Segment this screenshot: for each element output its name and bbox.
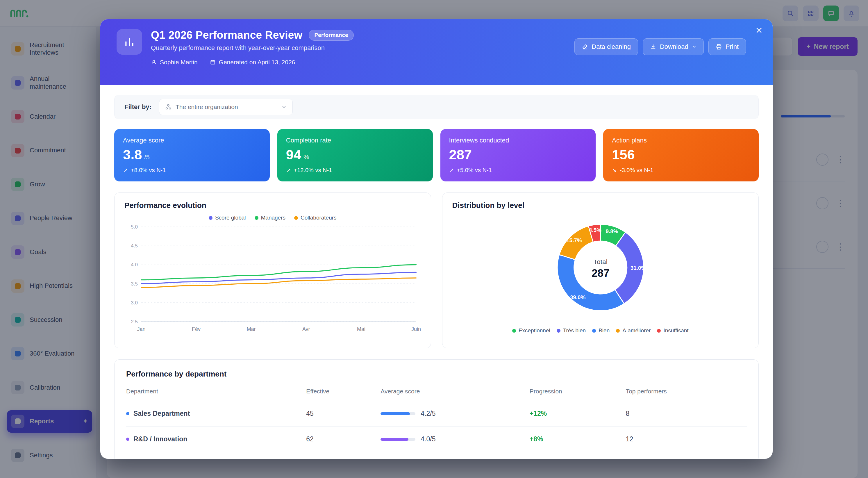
generated-date: Generated on April 13, 2026: [210, 59, 295, 66]
svg-text:Mar: Mar: [247, 326, 256, 332]
svg-text:Fév: Fév: [192, 326, 200, 332]
data-cleaning-button[interactable]: Data cleaning: [575, 38, 638, 55]
modal-header: Q1 2026 Performance Review Performance Q…: [100, 19, 773, 85]
legend-label: Très bien: [563, 327, 586, 334]
author-name: Sophie Martin: [160, 59, 198, 66]
department-name: Sales Department: [133, 410, 190, 418]
column-header: Top performers: [626, 385, 747, 401]
legend-dot: [209, 216, 213, 220]
legend-label: Insuffisant: [663, 327, 688, 334]
filter-label: Filter by:: [124, 103, 151, 111]
legend-item: À améliorer: [616, 327, 651, 334]
top-performers-value: 8: [626, 401, 747, 426]
svg-text:4.5: 4.5: [131, 243, 138, 248]
trend-icon: ↗: [123, 167, 128, 174]
department-name: R&D / Innovation: [133, 435, 187, 443]
table-header: Department Effective Average score Progr…: [126, 385, 747, 401]
print-label: Print: [725, 43, 739, 51]
download-label: Download: [660, 43, 688, 51]
calendar-icon: [210, 59, 216, 65]
stat-value: 156: [612, 147, 634, 162]
svg-text:4.5%: 4.5%: [589, 227, 601, 233]
legend-dot: [294, 216, 298, 220]
stat-label: Completion rate: [286, 137, 424, 144]
effective-value: 62: [306, 426, 380, 452]
legend-item: Managers: [255, 215, 286, 221]
score-bar: [380, 438, 415, 441]
legend-item: Bien: [592, 327, 610, 334]
stat-card: Completion rate 94% ↗+12.0% vs N-1: [277, 129, 433, 181]
trend-icon: ↗: [449, 167, 454, 174]
report-subtitle: Quarterly performance report with year-o…: [151, 44, 354, 52]
table-row[interactable]: R&D / Innovation 62 4.0/5 +8% 12: [126, 426, 747, 452]
close-icon[interactable]: ✕: [752, 24, 766, 37]
print-button[interactable]: Print: [708, 38, 746, 55]
stat-value: 287: [449, 147, 472, 162]
progression-value: +8%: [530, 426, 626, 452]
legend-dot: [557, 329, 560, 333]
chart-title: Performance evolution: [124, 201, 421, 210]
svg-text:9.8%: 9.8%: [606, 228, 618, 234]
organization-select-value: The entire organization: [176, 103, 238, 111]
legend-dot: [616, 329, 620, 333]
download-button[interactable]: Download: [643, 38, 704, 55]
svg-text:Mai: Mai: [357, 326, 365, 332]
stat-unit: /5: [144, 153, 149, 161]
legend-label: À améliorer: [622, 327, 651, 334]
svg-text:3.5: 3.5: [131, 281, 138, 287]
report-modal: Q1 2026 Performance Review Performance Q…: [100, 19, 773, 459]
bar-chart-icon: [117, 29, 142, 55]
legend-item: Collaborateurs: [294, 215, 337, 221]
author: Sophie Martin: [151, 59, 198, 66]
stat-delta-label: +5.0% vs N-1: [457, 167, 492, 174]
effective-value: 45: [306, 401, 380, 426]
column-header: Average score: [380, 385, 529, 401]
legend-item: Insuffisant: [657, 327, 688, 334]
stat-label: Interviews conducted: [449, 137, 587, 144]
table-row[interactable]: Sales Department 45 4.2/5 +12% 8: [126, 401, 747, 426]
distribution-donut-chart: 9.8%31.0%39.0%15.7%4.5%Total287: [452, 210, 749, 326]
svg-text:39.0%: 39.0%: [570, 294, 585, 300]
department-dot: [126, 412, 129, 415]
generated-label: Generated on April 13, 2026: [219, 59, 295, 66]
legend-dot: [512, 329, 516, 333]
performance-evolution-card: Performance evolution Score global Manag…: [114, 192, 431, 348]
page-title: Q1 2026 Performance Review: [151, 29, 302, 41]
svg-text:4.0: 4.0: [131, 262, 138, 268]
svg-text:5.0: 5.0: [131, 224, 138, 230]
table-title: Performance by department: [126, 369, 747, 379]
download-icon: [650, 43, 656, 50]
stat-value: 3.8: [123, 147, 142, 162]
top-performers-value: 12: [626, 426, 747, 452]
legend-label: Collaborateurs: [301, 215, 337, 221]
stat-delta-label: -3.0% vs N-1: [620, 167, 653, 174]
distribution-by-level-card: Distribution by level 9.8%31.0%39.0%15.7…: [442, 192, 759, 348]
filter-bar: Filter by: The entire organization: [114, 95, 759, 119]
stat-card: Interviews conducted 287 ↗+5.0% vs N-1: [440, 129, 596, 181]
line-chart-legend: Score global Managers Collaborateurs: [124, 215, 421, 221]
score-value: 4.0/5: [421, 435, 435, 443]
legend-dot: [255, 216, 258, 220]
trend-icon: ↘: [612, 167, 617, 174]
score-value: 4.2/5: [421, 410, 435, 418]
svg-text:2.5: 2.5: [131, 319, 138, 325]
svg-text:287: 287: [592, 267, 609, 279]
svg-text:Juin: Juin: [411, 326, 421, 332]
organization-select[interactable]: The entire organization: [159, 99, 293, 115]
printer-icon: [716, 43, 722, 50]
legend-item: Exceptionnel: [512, 327, 550, 334]
stat-delta-label: +12.0% vs N-1: [294, 167, 332, 174]
column-header: Effective: [306, 385, 380, 401]
svg-text:Jan: Jan: [137, 326, 145, 332]
stat-label: Action plans: [612, 137, 750, 144]
header-actions: Data cleaning Download Print: [575, 38, 746, 85]
svg-text:3.0: 3.0: [131, 300, 138, 306]
column-header: Department: [126, 385, 306, 401]
stat-value: 94: [286, 147, 301, 162]
legend-label: Exceptionnel: [519, 327, 550, 334]
legend-dot: [657, 329, 661, 333]
stat-cards: Average score 3.8/5 ↗+8.0% vs N-1 Comple…: [114, 129, 759, 181]
trend-icon: ↗: [286, 167, 291, 174]
legend-item: Très bien: [557, 327, 586, 334]
org-chart-icon: [165, 104, 172, 110]
